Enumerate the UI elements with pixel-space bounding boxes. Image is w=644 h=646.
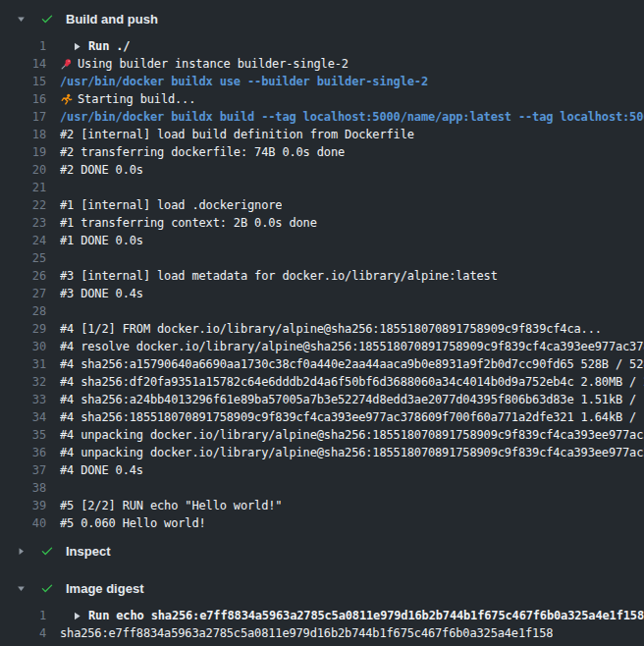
log-line: 15/usr/bin/docker buildx use --builder b… [0, 73, 644, 90]
log-text: #4 sha256:a15790640a6690aa1730c38cf0a440… [60, 355, 644, 373]
chevron-down-icon[interactable] [17, 14, 27, 25]
log-line-content: #3 DONE 0.4s [60, 285, 143, 302]
section-log-lines: 1Run ./14Using builder instance builder-… [0, 37, 644, 532]
line-number[interactable]: 34 [0, 408, 46, 426]
log-text: #4 [1/2] FROM docker.io/library/alpine@s… [60, 320, 602, 338]
log-line: 33#4 sha256:a24bb4013296f61e89ba57005a7b… [0, 391, 644, 408]
log-text: #2 DONE 0.0s [60, 161, 143, 179]
line-number[interactable]: 18 [0, 126, 46, 143]
line-number[interactable]: 1 [0, 607, 46, 624]
runner-icon [60, 93, 73, 106]
line-number[interactable]: 27 [0, 285, 46, 302]
check-icon [40, 12, 54, 26]
log-text: #3 [internal] load metadata for docker.i… [60, 267, 498, 285]
log-line-content: #2 [internal] load build definition from… [60, 126, 414, 143]
line-number[interactable]: 28 [0, 302, 46, 320]
log-text: #4 sha256:df20fa9351a15782c64e6dddb2d4a6… [60, 373, 644, 391]
log-text: sha256:e7ff8834a5963a2785c5a0811e979d16b… [60, 624, 553, 642]
section-title: Build and push [66, 12, 158, 27]
log-line-content: #1 transferring context: 2B 0.0s done [60, 214, 317, 232]
log-line-content: Starting build... [60, 90, 195, 108]
line-number[interactable]: 1 [0, 37, 46, 55]
line-number[interactable]: 35 [0, 426, 46, 444]
log-text: #4 resolve docker.io/library/alpine@sha2… [60, 338, 644, 355]
line-number[interactable]: 22 [0, 196, 46, 214]
log-text: #2 transferring dockerfile: 74B 0.0s don… [60, 143, 345, 161]
section-inspect: Inspect [0, 532, 644, 569]
line-number[interactable]: 40 [0, 514, 46, 532]
line-number[interactable]: 37 [0, 461, 46, 479]
log-line: 1Run ./ [0, 37, 644, 55]
log-text: Run ./ [88, 37, 130, 55]
log-line-content: /usr/bin/docker buildx build --tag local… [60, 108, 644, 126]
line-number[interactable]: 32 [0, 373, 46, 391]
log-text: /usr/bin/docker buildx use --builder bui… [60, 73, 428, 90]
line-number[interactable]: 36 [0, 444, 46, 461]
log-line: 20#2 DONE 0.0s [0, 161, 644, 179]
log-line-content: #4 sha256:df20fa9351a15782c64e6dddb2d4a6… [60, 373, 644, 391]
log-line-content: #4 sha256:185518070891758909c9f839cf4ca3… [60, 408, 644, 426]
log-line: 4sha256:e7ff8834a5963a2785c5a0811e979d16… [0, 624, 644, 642]
log-line-content: #4 [1/2] FROM docker.io/library/alpine@s… [60, 320, 602, 338]
log-text: #4 unpacking docker.io/library/alpine@sh… [60, 444, 644, 461]
log-line: 16Starting build... [0, 90, 644, 108]
log-line-content: /usr/bin/docker buildx use --builder bui… [60, 73, 428, 90]
run-group-arrow-icon[interactable] [73, 612, 81, 620]
line-number[interactable]: 39 [0, 497, 46, 514]
line-number[interactable]: 24 [0, 232, 46, 249]
log-line: 30#4 resolve docker.io/library/alpine@sh… [0, 338, 644, 355]
log-line: 1Run echo sha256:e7ff8834a5963a2785c5a08… [0, 607, 644, 624]
line-number[interactable]: 33 [0, 391, 46, 408]
log-line-content: #4 resolve docker.io/library/alpine@sha2… [60, 338, 644, 355]
line-number[interactable]: 20 [0, 161, 46, 179]
log-line-content: Using builder instance builder-single-2 [60, 55, 349, 73]
log-text: #5 [2/2] RUN echo "Hello world!" [60, 497, 282, 514]
section-header-inspect[interactable]: Inspect [0, 532, 644, 569]
chevron-right-icon[interactable] [17, 546, 27, 557]
line-number[interactable]: 4 [0, 624, 46, 642]
line-number[interactable]: 25 [0, 249, 46, 267]
section-title: Inspect [66, 544, 111, 559]
log-text: #5 0.060 Hello world! [60, 514, 206, 532]
run-group-arrow-icon[interactable] [73, 42, 81, 51]
log-text: #2 [internal] load build definition from… [60, 126, 414, 143]
log-line: 14Using builder instance builder-single-… [0, 55, 644, 73]
log-line-content: #3 [internal] load metadata for docker.i… [60, 267, 498, 285]
log-line: 18#2 [internal] load build definition fr… [0, 126, 644, 143]
log-text: Using builder instance builder-single-2 [78, 55, 349, 73]
line-number[interactable]: 14 [0, 55, 46, 73]
log-line-content: #4 unpacking docker.io/library/alpine@sh… [60, 444, 644, 461]
chevron-down-icon[interactable] [17, 583, 27, 594]
line-number[interactable]: 26 [0, 267, 46, 285]
log-text: /usr/bin/docker buildx build --tag local… [60, 108, 644, 126]
log-line: 38 [0, 479, 644, 497]
section-log-lines: 1Run echo sha256:e7ff8834a5963a2785c5a08… [0, 607, 644, 642]
section-header-build-and-push[interactable]: Build and push [0, 0, 644, 37]
line-number[interactable]: 30 [0, 338, 46, 355]
log-text: #1 DONE 0.0s [60, 232, 143, 249]
line-number[interactable]: 38 [0, 479, 46, 497]
line-number[interactable]: 21 [0, 179, 46, 196]
line-number[interactable]: 19 [0, 143, 46, 161]
log-line: 40#5 0.060 Hello world! [0, 514, 644, 532]
log-text: #4 sha256:185518070891758909c9f839cf4ca3… [60, 408, 644, 426]
section-build-and-push: Build and push1Run ./14Using builder ins… [0, 0, 644, 532]
section-image-digest: Image digest1Run echo sha256:e7ff8834a59… [0, 569, 644, 642]
log-line-content: Run echo sha256:e7ff8834a5963a2785c5a081… [60, 607, 644, 624]
log-text: #1 transferring context: 2B 0.0s done [60, 214, 317, 232]
log-line: 25 [0, 249, 644, 267]
log-line: 39#5 [2/2] RUN echo "Hello world!" [0, 497, 644, 514]
pushpin-icon [60, 58, 73, 71]
log-text: #4 sha256:a24bb4013296f61e89ba57005a7b3e… [60, 391, 644, 408]
log-text: #1 [internal] load .dockerignore [60, 196, 282, 214]
line-number[interactable]: 17 [0, 108, 46, 126]
line-number[interactable]: 23 [0, 214, 46, 232]
line-number[interactable]: 31 [0, 355, 46, 373]
line-number[interactable]: 16 [0, 90, 46, 108]
line-number[interactable]: 29 [0, 320, 46, 338]
line-number[interactable]: 15 [0, 73, 46, 90]
section-header-image-digest[interactable]: Image digest [0, 569, 644, 607]
log-line: 31#4 sha256:a15790640a6690aa1730c38cf0a4… [0, 355, 644, 373]
log-line: 27#3 DONE 0.4s [0, 285, 644, 302]
log-text: Run echo sha256:e7ff8834a5963a2785c5a081… [88, 607, 644, 624]
